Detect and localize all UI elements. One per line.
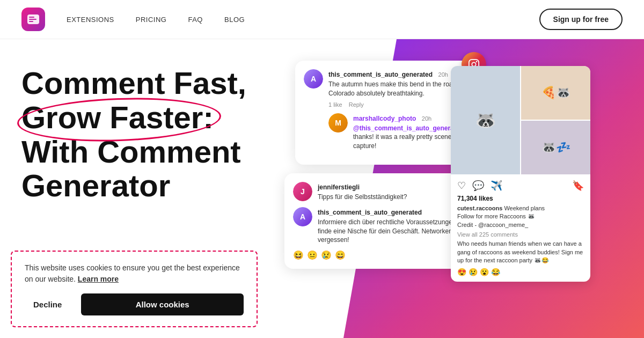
auto-reply-row: A this_comment_is_auto_generated Informi… (293, 207, 469, 245)
raccoon-bot-right-image: 🦝💤 (521, 121, 590, 174)
signup-button[interactable]: Sign up for free (539, 9, 623, 30)
hero-title-line4: Generator (21, 168, 170, 203)
nav-pricing[interactable]: PRICING (136, 16, 167, 24)
reply-row: M marshallcody_photo 20h @this_comment_i… (328, 113, 469, 151)
avatar-auto-reply: A (293, 207, 312, 226)
like-count: 1 like (328, 101, 342, 108)
reply-action[interactable]: Reply (349, 101, 364, 108)
reaction-emojis: 😆😐😢😄 (293, 250, 469, 260)
reply-mention: @this_comment_is_auto_generated (353, 124, 464, 132)
comment-username: this_comment_is_auto_generated (328, 71, 433, 78)
main-nav: EXTENSIONS PRICING FAQ BLOG (67, 16, 539, 24)
jennifer-text: Tipps für die Selbstständigkeit? (318, 193, 469, 202)
reply-username: marshallcody_photo (353, 115, 416, 122)
svg-rect-2 (29, 19, 36, 20)
bookmark-icon[interactable]: 🔖 (572, 180, 584, 192)
svg-rect-1 (29, 17, 34, 18)
decline-button[interactable]: Decline (25, 296, 70, 313)
avatar-jennifer: J (293, 182, 312, 201)
share-icon[interactable]: ✈️ (491, 180, 502, 192)
comment-row-jennifer: J jenniferstiegli Tipps für die Selbstst… (293, 182, 469, 202)
raccoon-top-right-image: 🍕🦝 (521, 66, 590, 120)
comment-time: 20h (438, 71, 448, 78)
comment-text: The autumn hues make this bend in the ro… (328, 80, 469, 98)
raccoon-main-image: 🦝 (451, 66, 520, 174)
learn-more-link[interactable]: Learn more (78, 275, 119, 283)
avatar-auto-generated: A (304, 69, 323, 89)
post-caption: cutest.raccoons Weekend plansFollow for … (457, 204, 584, 229)
comment-card-2: @ J jenniferstiegli Tipps für die Selbst… (284, 173, 478, 269)
nav-extensions[interactable]: EXTENSIONS (67, 16, 114, 24)
hero-title-line1: Comment Fast, (21, 65, 246, 100)
nav-blog[interactable]: BLOG (224, 16, 245, 24)
hero-title-line2: Grow Faster: (21, 100, 214, 135)
hero-title-line3: With Comment (21, 134, 241, 169)
auto-reply-body: this_comment_is_auto_generated Informier… (318, 207, 469, 245)
post-comment-emojis: 😍😢😮😂 (457, 268, 584, 276)
cookie-text: This website uses cookies to ensure you … (25, 262, 244, 285)
jennifer-body: jenniferstiegli Tipps für die Selbststän… (318, 182, 469, 202)
reply-block: M marshallcody_photo 20h @this_comment_i… (328, 113, 469, 151)
post-likes: 71,304 likes (457, 195, 584, 202)
nav-faq[interactable]: FAQ (188, 16, 203, 24)
auto-reply-username: this_comment_is_auto_generated (318, 209, 422, 216)
caption-username: cutest.raccoons (457, 205, 502, 211)
auto-reply-text: Informiere dich über rechtliche Vorausse… (318, 218, 469, 245)
comment-body-main: this_comment_is_auto_generated 20h The a… (328, 69, 469, 108)
post-comment-text: Who needs human friends when we can have… (457, 240, 584, 264)
avatar-marshallcody: M (328, 113, 348, 133)
post-actions: ♡ 💬 ✈️ 🔖 (457, 180, 584, 192)
view-comments-link[interactable]: View all 225 comments (457, 231, 584, 238)
reply-time: 20h (422, 115, 431, 122)
allow-cookies-button[interactable]: Allow cookies (81, 293, 244, 315)
comment-actions: 1 like Reply (328, 101, 469, 108)
logo-icon[interactable] (21, 8, 45, 31)
jennifer-username: jenniferstiegli (318, 183, 360, 191)
instagram-post-card: 🦝 🍕🦝 🦝💤 ♡ 💬 ✈️ 🔖 71,304 likes (451, 66, 590, 282)
comment-card-1: A this_comment_is_auto_generated 20h The… (295, 61, 478, 165)
heart-icon[interactable]: ♡ (457, 180, 466, 192)
hero-demo: A this_comment_is_auto_generated 20h The… (279, 55, 623, 338)
comment-icon[interactable]: 💬 (472, 180, 484, 192)
cookie-buttons: Decline Allow cookies (25, 293, 244, 315)
cookie-banner: This website uses cookies to ensure you … (11, 251, 258, 327)
svg-point-6 (476, 61, 478, 63)
reply-text-content: thanks! it was a really pretty scene to … (353, 133, 459, 150)
comment-row-main: A this_comment_is_auto_generated 20h The… (304, 69, 469, 108)
post-meta: ♡ 💬 ✈️ 🔖 71,304 likes cutest.raccoons We… (451, 174, 590, 282)
post-images: 🦝 🍕🦝 🦝💤 (451, 66, 590, 174)
svg-rect-3 (29, 21, 33, 22)
